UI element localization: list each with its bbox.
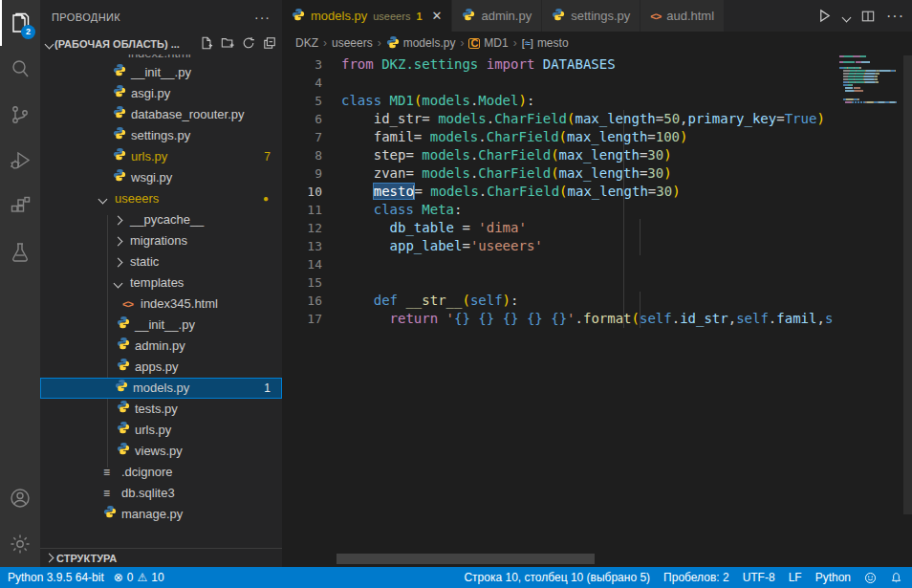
run-dropdown-chevron-icon[interactable]: [843, 8, 850, 25]
refresh-icon[interactable]: [242, 36, 255, 52]
breadcrumb-dkz[interactable]: DKZ: [295, 36, 318, 50]
testing-icon[interactable]: [0, 229, 40, 275]
tree-folder--pycache-[interactable]: __pycache__: [40, 209, 282, 230]
tab-models-py[interactable]: models.pyuseeers1✕: [282, 0, 452, 32]
workspace-section-label: (РАБОЧАЯ ОБЛАСТЬ) ...: [54, 38, 180, 50]
new-file-icon[interactable]: [200, 36, 213, 52]
tree-item-tests-py[interactable]: tests.py: [40, 399, 282, 420]
html-file-icon: <>: [122, 298, 133, 310]
tree-item--dcignore[interactable]: ≡.dcignore: [40, 462, 282, 483]
collapse-folders-icon[interactable]: [263, 36, 276, 52]
more-actions-icon[interactable]: ···: [886, 8, 904, 25]
encoding-status[interactable]: UTF-8: [743, 571, 775, 584]
code-editor[interactable]: 3from DKZ.settings import DATABASES45cla…: [282, 54, 912, 567]
workspace-section-header[interactable]: (РАБОЧАЯ ОБЛАСТЬ) ...: [40, 33, 282, 54]
breadcrumb-mesto[interactable]: [≈]mesto: [522, 36, 569, 50]
python-file-icon: [113, 86, 126, 100]
tree-folder-useeers[interactable]: useeers●: [40, 188, 282, 209]
tree-item--init-py[interactable]: __init__.py: [40, 62, 282, 83]
minimap-line: [839, 73, 903, 75]
horizontal-scrollbar[interactable]: [337, 554, 595, 564]
code-line-9[interactable]: 9 zvan= models.CharField(max_length=30): [282, 164, 836, 183]
code-line-8[interactable]: 8 step= models.CharField(max_length=30): [282, 146, 836, 164]
tree-folder-templates[interactable]: templates: [40, 272, 282, 294]
tree-item-indexz-html[interactable]: indexz.html: [40, 54, 282, 62]
code-line-15[interactable]: 15: [282, 273, 836, 292]
tab-close-icon[interactable]: ✕: [432, 9, 443, 23]
minimap-line: [839, 81, 903, 83]
python-file-icon: [103, 507, 117, 521]
new-folder-icon[interactable]: [221, 36, 234, 52]
python-file-icon: [386, 35, 400, 52]
python-file-icon: [117, 402, 130, 416]
breadcrumb-models-py[interactable]: models.py: [386, 35, 456, 52]
tree-item-settings-py[interactable]: settings.py: [40, 125, 282, 146]
feedback-icon[interactable]: [864, 572, 877, 584]
code-line-11[interactable]: 11 class Meta:: [282, 201, 836, 219]
python-interpreter-status[interactable]: Python 3.9.5 64-bit: [8, 571, 104, 584]
run-debug-icon[interactable]: [0, 138, 40, 184]
tree-item-admin-py[interactable]: admin.py: [40, 336, 282, 357]
code-line-6[interactable]: 6 id_str= models.CharField(max_length=50…: [282, 110, 836, 128]
minimap-line: [839, 55, 903, 57]
tree-folder-migrations[interactable]: migrations: [40, 230, 282, 251]
account-icon[interactable]: [0, 475, 40, 521]
chevron-right-icon: [115, 230, 121, 251]
breadcrumb-md1[interactable]: CMD1: [468, 36, 508, 50]
code-line-5[interactable]: 5class MD1(models.Model):: [282, 92, 836, 110]
outline-section-header[interactable]: СТРУКТУРА: [40, 548, 282, 567]
line-number: 11: [282, 201, 322, 219]
warnings-icon: ⚠: [137, 571, 147, 584]
tree-folder-static[interactable]: static: [40, 251, 282, 272]
tree-item-manage-py[interactable]: manage.py: [40, 504, 282, 525]
code-line-10[interactable]: 10 mesto= models.CharField(max_length=30…: [282, 183, 836, 201]
code-line-14[interactable]: 14: [282, 255, 836, 273]
search-icon[interactable]: [0, 46, 40, 92]
run-button[interactable]: [817, 9, 832, 23]
line-number: 8: [282, 146, 322, 164]
code-line-13[interactable]: 13 app_label='useeers': [282, 237, 836, 255]
extensions-icon[interactable]: [0, 184, 40, 229]
breadcrumb: DKZ›useeers›models.py›CMD1›[≈]mesto: [282, 32, 912, 54]
python-file-icon: [117, 423, 130, 437]
eol-status[interactable]: LF: [789, 571, 802, 584]
code-line-4[interactable]: 4: [282, 74, 836, 92]
tab-directory-hint: useeers: [373, 11, 410, 22]
code-line-7[interactable]: 7 famil= models.CharField(max_length=100…: [282, 128, 836, 146]
explorer-more-actions-icon[interactable]: ···: [254, 10, 271, 25]
file-icon: ≡: [103, 487, 110, 500]
code-line-3[interactable]: 3from DKZ.settings import DATABASES: [282, 55, 836, 74]
split-editor-icon[interactable]: [861, 10, 875, 23]
tree-item-models-py[interactable]: models.py1: [40, 378, 282, 399]
symbol-class-icon: C: [468, 38, 480, 49]
tab-aud-html[interactable]: <>aud.html: [641, 0, 725, 32]
code-line-16[interactable]: 16 def __str__(self):: [282, 292, 836, 310]
source-control-icon[interactable]: [0, 92, 40, 138]
code-line-17[interactable]: 17 return '{} {} {} {} {}'.format(self.i…: [282, 310, 836, 328]
vertical-scrollbar[interactable]: [903, 55, 912, 514]
breadcrumb-useeers[interactable]: useeers: [332, 36, 373, 50]
explorer-icon[interactable]: 2: [0, 0, 40, 46]
notifications-bell-icon[interactable]: [890, 572, 902, 584]
breadcrumb-separator: ›: [323, 36, 327, 50]
problems-status[interactable]: ⊗ 0 ⚠ 10: [114, 571, 164, 584]
tree-item-wsgi-py[interactable]: wsgi.py: [40, 167, 282, 188]
indentation-status[interactable]: Пробелов: 2: [663, 571, 729, 584]
settings-gear-icon[interactable]: [0, 521, 40, 567]
tab-settings-py[interactable]: settings.py: [542, 0, 641, 32]
minimap-line: [839, 84, 903, 86]
language-mode-status[interactable]: Python: [815, 571, 851, 584]
minimap[interactable]: [839, 55, 903, 566]
code-line-12[interactable]: 12 db_table = 'dima': [282, 219, 836, 237]
tab-admin-py[interactable]: admin.py: [452, 0, 542, 32]
tree-item-db-sqlite3[interactable]: ≡db.sqlite3: [40, 483, 282, 504]
tree-item-apps-py[interactable]: apps.py: [40, 357, 282, 378]
tree-item-asgi-py[interactable]: asgi.py: [40, 83, 282, 104]
tree-item-index345-html[interactable]: <>index345.html: [40, 294, 282, 315]
tree-item-views-py[interactable]: views.py: [40, 441, 282, 462]
tree-item--init-py[interactable]: __init__.py: [40, 315, 282, 336]
tree-item-urls-py[interactable]: urls.py7: [40, 146, 282, 167]
cursor-position-status[interactable]: Строка 10, столбец 10 (выбрано 5): [464, 571, 650, 584]
tree-item-urls-py[interactable]: urls.py: [40, 420, 282, 441]
tree-item-database-roouter-py[interactable]: database_roouter.py: [40, 104, 282, 125]
